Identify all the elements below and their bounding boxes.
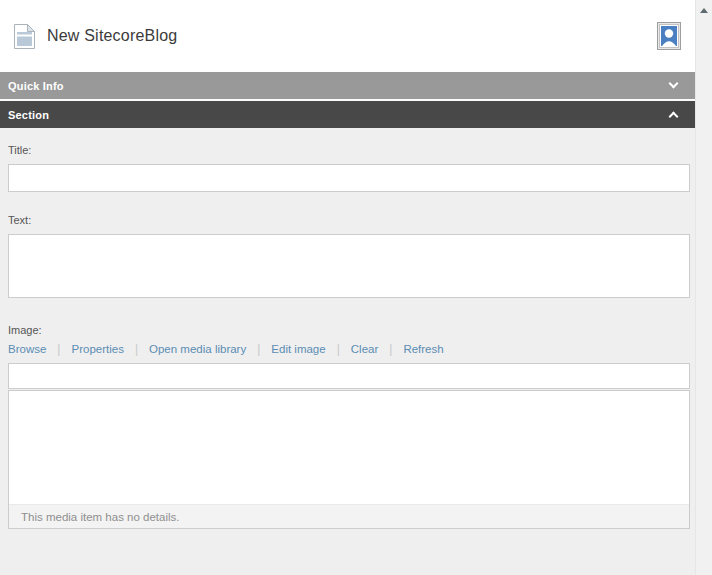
open-media-library-link[interactable]: Open media library: [149, 343, 246, 355]
properties-link[interactable]: Properties: [71, 343, 123, 355]
profile-photo-icon[interactable]: [657, 22, 681, 50]
item-header: New SitecoreBlog: [0, 0, 695, 72]
document-icon: [13, 23, 36, 50]
vertical-scrollbar[interactable]: [695, 0, 712, 575]
link-separator: |: [337, 342, 340, 356]
image-field-group: Image: Browse | Properties | Open media …: [8, 324, 690, 529]
section-bar[interactable]: Section: [0, 101, 695, 128]
image-path-input[interactable]: [8, 363, 690, 389]
scroll-up-arrow-icon: [700, 8, 708, 13]
media-details-message: This media item has no details.: [21, 511, 180, 523]
title-input[interactable]: [8, 164, 690, 192]
page-title: New SitecoreBlog: [47, 27, 177, 45]
content-editor-pane: New SitecoreBlog Quick Info Section Titl…: [0, 0, 712, 575]
text-field-label: Text:: [8, 214, 690, 228]
title-field-group: Title:: [8, 144, 690, 192]
section-label: Section: [8, 109, 49, 121]
link-separator: |: [135, 342, 138, 356]
link-separator: |: [389, 342, 392, 356]
section-fields: Title: Text: Image: Browse | Properties …: [0, 128, 695, 575]
text-input[interactable]: [8, 234, 690, 298]
scroll-up-button[interactable]: [696, 4, 712, 16]
link-separator: |: [257, 342, 260, 356]
media-preview: This media item has no details.: [8, 390, 690, 529]
title-field-label: Title:: [8, 144, 690, 158]
edit-image-link[interactable]: Edit image: [271, 343, 325, 355]
quick-info-label: Quick Info: [8, 80, 64, 92]
media-toolbar: Browse | Properties | Open media library…: [8, 342, 690, 356]
browse-link[interactable]: Browse: [8, 343, 46, 355]
image-field-label: Image:: [8, 324, 690, 338]
editor-main: New SitecoreBlog Quick Info Section Titl…: [0, 0, 695, 575]
link-separator: |: [57, 342, 60, 356]
chevron-down-icon: [669, 79, 679, 89]
text-field-group: Text:: [8, 214, 690, 298]
clear-link[interactable]: Clear: [351, 343, 378, 355]
refresh-link[interactable]: Refresh: [403, 343, 443, 355]
quick-info-section-bar[interactable]: Quick Info: [0, 72, 695, 99]
media-details-footer: This media item has no details.: [9, 504, 689, 528]
chevron-up-icon: [669, 112, 679, 122]
